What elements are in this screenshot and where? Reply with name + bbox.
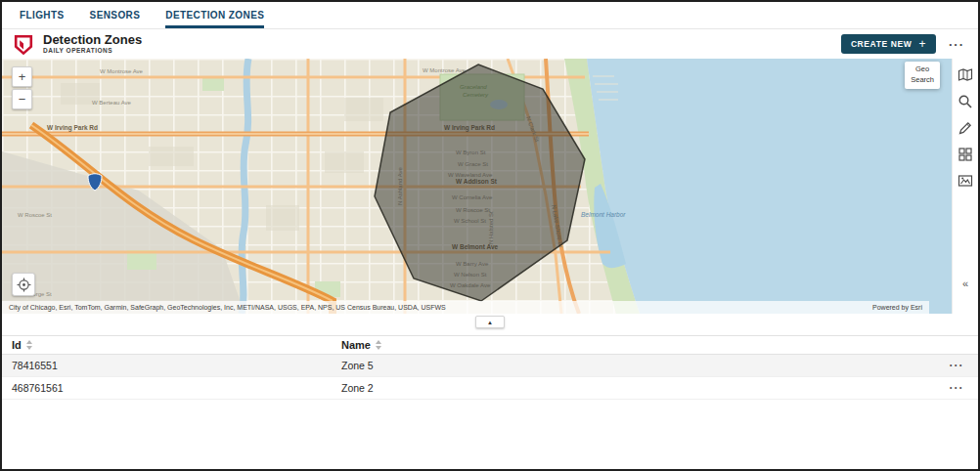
app-window: FLIGHTS SENSORS DETECTION ZONES Detectio… (0, 0, 980, 471)
powered-by-esri: Powered by Esri (872, 304, 922, 311)
basemap-grid-icon (958, 147, 973, 162)
column-header-name[interactable]: Name (332, 339, 935, 351)
map-container[interactable]: W Montrose AveW Montrose AveW Berteau Av… (2, 59, 978, 314)
panel-toggle-button[interactable]: ▲ (475, 316, 505, 328)
map-attribution-bar: City of Chicago, Esri, TomTom, Garmin, S… (2, 301, 929, 314)
zone-name-cell: Zone 2 (332, 382, 935, 394)
tab-detection-zones[interactable]: DETECTION ZONES (165, 2, 264, 28)
map-canvas[interactable]: W Montrose AveW Montrose AveW Berteau Av… (2, 59, 956, 314)
locate-button[interactable] (12, 273, 35, 296)
geo-search-tooltip-line2: Search (911, 75, 934, 86)
zoom-out-button[interactable]: − (12, 89, 32, 109)
sort-icon (26, 340, 32, 350)
sort-icon (376, 340, 381, 350)
app-logo-icon (14, 34, 33, 56)
basemap-tool-button[interactable] (954, 144, 977, 165)
row-menu-button[interactable]: ··· (935, 381, 978, 395)
map-label: Belmont Harbor (581, 211, 626, 218)
zoom-in-button[interactable]: + (12, 66, 32, 87)
locate-target-icon (17, 278, 31, 292)
map-label: W Montrose Ave (423, 67, 467, 73)
column-header-id[interactable]: Id (2, 339, 332, 351)
geo-search-tooltip-line1: Geo (911, 64, 934, 75)
map-label: W Montrose Ave (100, 68, 144, 74)
geo-search-tool-button[interactable] (954, 64, 977, 86)
plus-icon: + (918, 39, 926, 49)
column-label-id: Id (12, 339, 22, 351)
title-block: Detection Zones DAILY OPERATIONS (43, 33, 142, 55)
table-header-row: Id Name (2, 335, 978, 355)
row-menu-button[interactable]: ··· (935, 359, 978, 372)
draw-tool-button[interactable] (954, 117, 977, 139)
zone-id-cell: 78416551 (2, 360, 332, 371)
search-icon (958, 94, 973, 109)
lake-michigan (587, 59, 956, 314)
zone-name-cell: Zone 5 (332, 360, 935, 371)
zoom-controls: + − (12, 66, 32, 109)
map-attribution: City of Chicago, Esri, TomTom, Garmin, S… (9, 304, 446, 311)
page-header: Detection Zones DAILY OPERATIONS CREATE … (2, 29, 978, 59)
create-new-label: CREATE NEW (851, 39, 913, 49)
image-layer-icon (958, 173, 973, 189)
toolbar-collapse-button[interactable]: « (954, 273, 977, 294)
tab-sensors[interactable]: SENSORS (90, 2, 141, 28)
zones-table-body: 78416551Zone 5···468761561Zone 2··· (2, 355, 978, 400)
map-toolbar: « (952, 59, 978, 314)
map-sheet-icon (958, 67, 973, 83)
map-label: W Irving Park Rd (47, 124, 98, 132)
zone-id-cell: 468761561 (2, 382, 332, 394)
top-tab-bar: FLIGHTS SENSORS DETECTION ZONES (2, 2, 978, 29)
column-label-name: Name (341, 339, 371, 351)
page-subtitle: DAILY OPERATIONS (43, 47, 142, 55)
table-row[interactable]: 78416551Zone 5··· (2, 355, 978, 377)
header-actions: CREATE NEW + ··· (841, 34, 966, 54)
search-tool-button[interactable] (954, 91, 977, 112)
geo-search-tooltip: Geo Search (905, 62, 940, 89)
pencil-icon (958, 120, 973, 136)
map-label: W Berteau Ave (92, 100, 132, 106)
tab-flights[interactable]: FLIGHTS (20, 2, 65, 28)
zones-table: Id Name 78416551Zone 5···468761561Zone 2… (2, 335, 978, 400)
header-more-menu-button[interactable]: ··· (949, 37, 966, 52)
create-new-button[interactable]: CREATE NEW + (841, 34, 936, 54)
map-label: W Roscoe St (18, 212, 52, 218)
table-row[interactable]: 468761561Zone 2··· (2, 377, 978, 400)
layers-tool-button[interactable] (954, 170, 977, 192)
page-title: Detection Zones (43, 33, 142, 47)
panel-toggle-row: ▲ (2, 314, 978, 330)
